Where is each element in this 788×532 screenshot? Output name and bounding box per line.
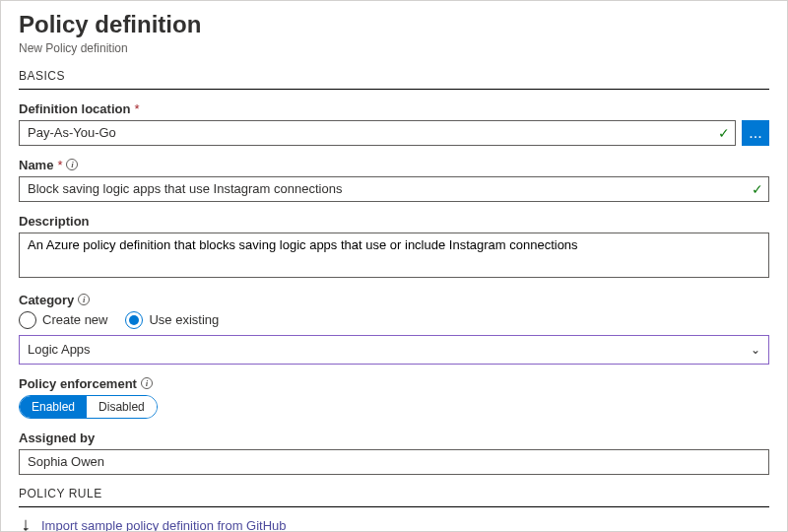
enforcement-toggle[interactable]: Enabled Disabled bbox=[19, 395, 158, 419]
policy-definition-panel: Policy definition New Policy definition … bbox=[0, 0, 788, 532]
radio-create-new[interactable]: Create new bbox=[19, 311, 107, 329]
section-basics: BASICS bbox=[19, 69, 769, 90]
label-definition-location-text: Definition location bbox=[19, 101, 130, 116]
required-marker: * bbox=[57, 158, 62, 172]
label-name: Name * i bbox=[19, 158, 769, 172]
radio-circle-icon bbox=[125, 311, 143, 329]
radio-use-existing[interactable]: Use existing bbox=[125, 311, 219, 329]
category-select[interactable]: Logic Apps ⌄ bbox=[19, 335, 769, 365]
label-assigned-by: Assigned by bbox=[19, 431, 769, 445]
category-select-value: Logic Apps bbox=[28, 342, 91, 357]
assigned-by-input[interactable] bbox=[19, 449, 769, 475]
label-policy-enforcement-text: Policy enforcement bbox=[19, 376, 137, 391]
field-category: Category i Create new Use existing Logic… bbox=[19, 293, 769, 365]
toggle-enabled-option[interactable]: Enabled bbox=[20, 396, 87, 418]
name-input[interactable] bbox=[19, 176, 769, 202]
label-description-text: Description bbox=[19, 214, 90, 229]
field-definition-location: Definition location * ✓ ... bbox=[19, 101, 769, 146]
radio-use-existing-label: Use existing bbox=[149, 312, 219, 327]
label-definition-location: Definition location * bbox=[19, 101, 769, 116]
field-name: Name * i ✓ bbox=[19, 158, 769, 202]
label-category: Category i bbox=[19, 293, 769, 307]
label-category-text: Category bbox=[19, 293, 74, 307]
page-subtitle: New Policy definition bbox=[19, 41, 769, 55]
chevron-down-icon: ⌄ bbox=[751, 343, 760, 357]
toggle-disabled-option[interactable]: Disabled bbox=[87, 396, 157, 418]
info-icon[interactable]: i bbox=[141, 377, 153, 389]
page-title: Policy definition bbox=[19, 11, 769, 39]
field-policy-enforcement: Policy enforcement i Enabled Disabled bbox=[19, 376, 769, 419]
required-marker: * bbox=[134, 101, 139, 116]
info-icon[interactable]: i bbox=[78, 294, 90, 305]
label-name-text: Name bbox=[19, 158, 53, 172]
info-icon[interactable]: i bbox=[66, 159, 78, 170]
label-assigned-by-text: Assigned by bbox=[19, 431, 95, 445]
definition-location-browse-button[interactable]: ... bbox=[742, 120, 769, 146]
import-sample-link[interactable]: ⭳ Import sample policy definition from G… bbox=[19, 517, 769, 532]
field-assigned-by: Assigned by bbox=[19, 431, 769, 475]
import-sample-link-text: Import sample policy definition from Git… bbox=[41, 518, 287, 532]
radio-create-new-label: Create new bbox=[42, 312, 107, 327]
label-policy-enforcement: Policy enforcement i bbox=[19, 376, 769, 391]
label-description: Description bbox=[19, 214, 769, 229]
definition-location-input[interactable] bbox=[19, 120, 736, 146]
section-policy-rule: POLICY RULE bbox=[19, 487, 769, 507]
radio-circle-icon bbox=[19, 311, 36, 329]
ellipsis-icon: ... bbox=[749, 124, 761, 142]
field-description: Description bbox=[19, 214, 769, 281]
description-textarea[interactable] bbox=[19, 233, 769, 278]
download-icon: ⭳ bbox=[19, 517, 33, 532]
